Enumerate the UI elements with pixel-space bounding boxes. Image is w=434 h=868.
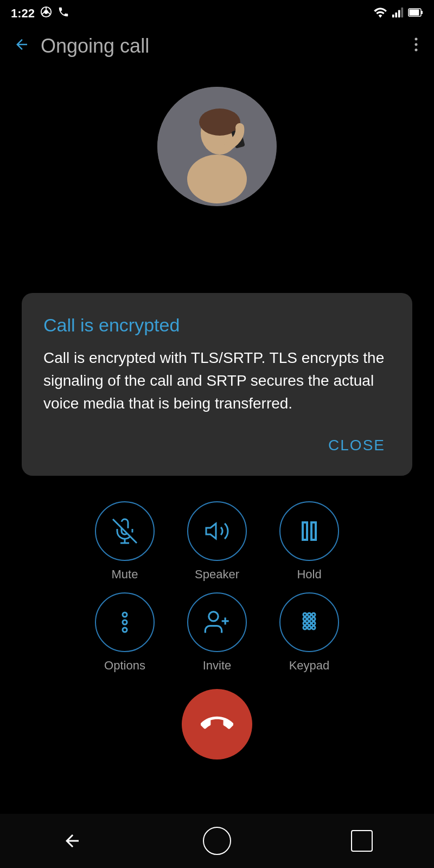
dialog-title: Call is encrypted [43, 315, 391, 336]
close-button[interactable]: CLOSE [323, 431, 391, 459]
encryption-dialog: Call is encrypted Call is encrypted with… [22, 293, 412, 476]
modal-overlay: Call is encrypted Call is encrypted with… [0, 0, 434, 868]
dialog-footer: CLOSE [43, 431, 391, 459]
dialog-body: Call is encrypted with TLS/SRTP. TLS enc… [43, 347, 391, 415]
